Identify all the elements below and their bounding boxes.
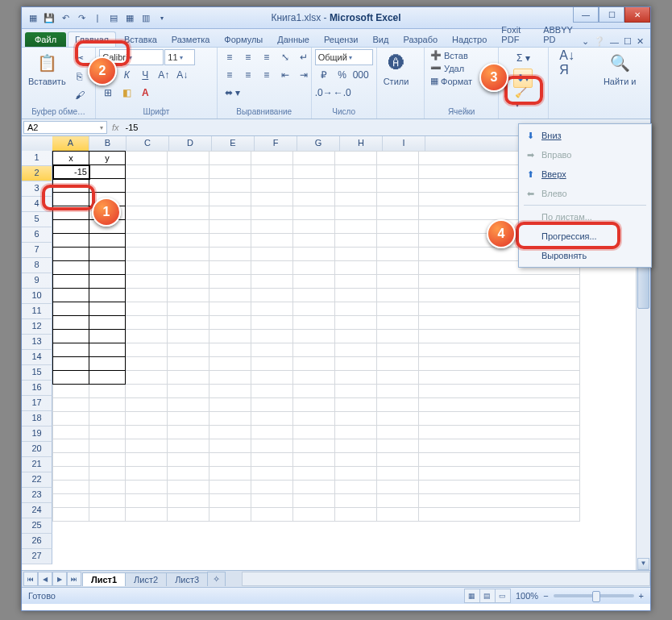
cell[interactable]	[89, 371, 126, 385]
row-header[interactable]: 18	[22, 411, 52, 427]
cell[interactable]	[89, 330, 126, 343]
cell[interactable]	[251, 289, 293, 302]
tab-data[interactable]: Данные	[271, 32, 316, 47]
cell[interactable]	[419, 398, 580, 412]
mdi-min-icon[interactable]: —	[610, 37, 619, 47]
cell[interactable]	[89, 357, 126, 371]
sheet-tab-3[interactable]: Лист3	[166, 572, 208, 586]
cell[interactable]: y	[89, 152, 126, 165]
cell[interactable]	[293, 398, 335, 412]
cell[interactable]	[335, 439, 377, 453]
select-all-corner[interactable]	[22, 136, 53, 152]
font-shrink-icon[interactable]: A↓	[173, 66, 191, 84]
cell[interactable]	[335, 179, 377, 193]
cell[interactable]	[335, 426, 377, 439]
cell[interactable]: x	[53, 152, 89, 165]
cell[interactable]	[209, 343, 251, 357]
cell[interactable]	[293, 289, 335, 302]
row-header[interactable]: 14	[22, 350, 52, 365]
cell[interactable]	[293, 179, 335, 193]
cell[interactable]	[419, 467, 580, 481]
align-mid-icon[interactable]: ≡	[239, 48, 257, 66]
qat-dd-icon[interactable]: ▾	[156, 11, 168, 24]
border-button[interactable]: ⊞	[99, 84, 117, 102]
cell[interactable]	[335, 453, 377, 467]
cell[interactable]	[126, 439, 168, 453]
name-box[interactable]: A2▾	[23, 121, 107, 134]
orientation-icon[interactable]: ⤡	[276, 48, 294, 66]
cell[interactable]	[251, 508, 293, 522]
align-bot-icon[interactable]: ≡	[258, 48, 276, 66]
cell[interactable]	[419, 481, 580, 494]
cell[interactable]	[377, 412, 419, 426]
cell[interactable]	[53, 234, 89, 248]
cell[interactable]	[53, 220, 89, 234]
cell[interactable]	[335, 412, 377, 426]
cell[interactable]	[53, 289, 89, 302]
cell[interactable]	[293, 302, 335, 316]
menu-fill-up[interactable]: ⬆Вверх	[521, 164, 649, 184]
cell[interactable]	[419, 302, 580, 316]
row-header[interactable]: 27	[22, 549, 52, 564]
cell[interactable]	[209, 206, 251, 220]
cell[interactable]	[168, 439, 209, 453]
cell[interactable]	[251, 371, 293, 385]
cell[interactable]	[209, 302, 251, 316]
delete-cells-button[interactable]: ➖Удал	[428, 62, 467, 74]
cell[interactable]	[419, 508, 580, 522]
cell[interactable]	[419, 439, 580, 453]
row-header[interactable]: 8	[22, 258, 52, 273]
percent-icon[interactable]: %	[334, 66, 351, 84]
cell[interactable]	[126, 289, 168, 302]
cell[interactable]	[377, 481, 419, 494]
cell[interactable]	[251, 343, 293, 357]
cell[interactable]	[293, 275, 335, 289]
zoom-slider[interactable]	[554, 594, 634, 597]
cell[interactable]	[419, 494, 580, 508]
cell[interactable]	[419, 275, 580, 289]
cell[interactable]	[126, 494, 168, 508]
tab-addin[interactable]: Надстро	[446, 32, 493, 47]
cell[interactable]	[419, 371, 580, 385]
cell[interactable]	[126, 152, 168, 165]
cell[interactable]	[251, 467, 293, 481]
cell[interactable]	[89, 343, 126, 357]
cell[interactable]	[251, 330, 293, 343]
cell[interactable]	[335, 289, 377, 302]
cell[interactable]	[89, 316, 126, 330]
cell[interactable]	[168, 234, 209, 248]
cell[interactable]	[89, 248, 126, 261]
cell[interactable]	[168, 453, 209, 467]
zoom-out-button[interactable]: −	[543, 591, 548, 601]
ribbon-minimize-icon[interactable]: ⌄	[582, 36, 589, 47]
cell[interactable]	[293, 467, 335, 481]
row-header[interactable]: 22	[22, 472, 52, 488]
row-header[interactable]: 7	[22, 243, 52, 258]
cell[interactable]	[209, 467, 251, 481]
cell[interactable]	[293, 412, 335, 426]
cell[interactable]	[53, 248, 89, 261]
cell[interactable]	[335, 494, 377, 508]
fill-color-button[interactable]: ◧	[118, 84, 135, 102]
sort-filter-button[interactable]: A↓Я	[552, 49, 583, 77]
cell[interactable]	[377, 275, 419, 289]
cell[interactable]	[126, 467, 168, 481]
cell[interactable]	[335, 330, 377, 343]
cell[interactable]	[168, 289, 209, 302]
col-header-E[interactable]: E	[212, 136, 255, 151]
cell[interactable]	[89, 302, 126, 316]
row-header[interactable]: 21	[22, 457, 52, 472]
cell[interactable]	[126, 508, 168, 522]
row-header[interactable]: 2	[22, 166, 52, 181]
cell[interactable]	[377, 289, 419, 302]
copy-icon[interactable]: ⎘	[71, 68, 89, 85]
cell[interactable]	[293, 234, 335, 248]
comma-icon[interactable]: 000	[352, 66, 370, 84]
cell[interactable]	[89, 508, 126, 522]
cell[interactable]	[53, 316, 89, 330]
cell[interactable]	[377, 453, 419, 467]
horizontal-scrollbar[interactable]	[242, 572, 650, 586]
align-top-icon[interactable]: ≡	[221, 48, 239, 66]
cell[interactable]	[53, 426, 89, 439]
cell[interactable]	[293, 316, 335, 330]
